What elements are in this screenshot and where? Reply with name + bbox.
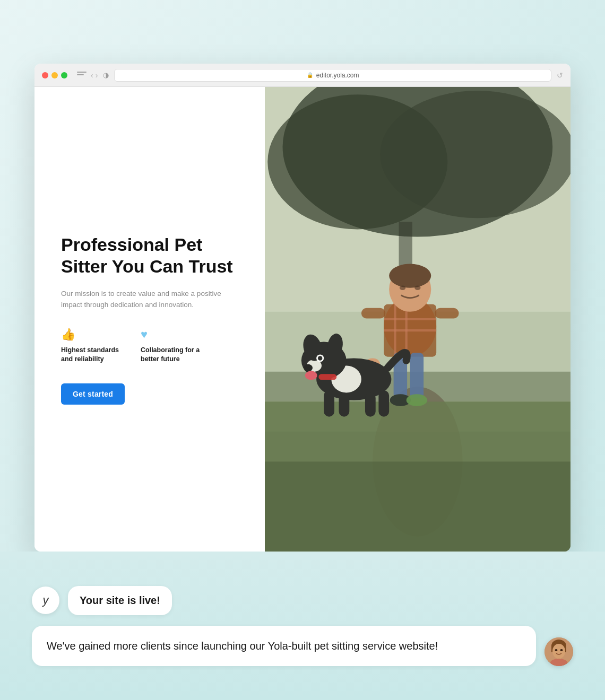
- close-button[interactable]: [42, 72, 48, 78]
- chat-message-2: We've gained more clients since launchin…: [32, 626, 573, 666]
- get-started-button[interactable]: Get started: [61, 383, 125, 405]
- browser-window: ‹ › ◑ 🔒 editor.yola.com ↺ Professional P…: [34, 64, 571, 552]
- message-2-text: We've gained more clients since launchin…: [47, 640, 438, 652]
- svg-rect-43: [265, 461, 571, 552]
- minimize-button[interactable]: [51, 72, 58, 78]
- svg-point-49: [560, 649, 563, 651]
- svg-point-47: [552, 644, 565, 659]
- hero-subtitle: Our mission is to create value and make …: [61, 288, 238, 311]
- nav-arrows: ‹ ›: [91, 71, 98, 80]
- feature-2-label: Collaborating for a better future: [141, 346, 204, 364]
- yola-logo: y: [32, 587, 59, 614]
- hero-title: Professional Pet Sitter You Can Trust: [61, 234, 238, 277]
- feature-1: 👍 Highest standards and reliability: [61, 328, 125, 364]
- chat-bubble-2: We've gained more clients since launchin…: [32, 626, 536, 666]
- hero-image-panel: [265, 87, 571, 552]
- avatar-svg: [544, 637, 573, 666]
- feature-2: ♥ Collaborating for a better future: [141, 328, 204, 364]
- traffic-lights: [42, 72, 67, 78]
- message-1-text: Your site is live!: [80, 594, 160, 606]
- display-icon: ◑: [103, 71, 109, 79]
- url-text: editor.yola.com: [316, 72, 359, 79]
- sidebar-toggle-icon[interactable]: [77, 72, 87, 79]
- browser-chrome: ‹ › ◑ 🔒 editor.yola.com ↺: [34, 64, 571, 87]
- browser-content: Professional Pet Sitter You Can Trust Ou…: [34, 87, 571, 552]
- hero-scene-svg: [265, 87, 571, 552]
- chat-section: y Your site is live! We've gained more c…: [0, 552, 605, 700]
- user-avatar: [544, 637, 573, 666]
- svg-point-48: [555, 649, 558, 651]
- maximize-button[interactable]: [61, 72, 67, 78]
- features-list: 👍 Highest standards and reliability ♥ Co…: [61, 328, 238, 364]
- address-bar[interactable]: 🔒 editor.yola.com: [114, 69, 551, 82]
- forward-arrow-icon[interactable]: ›: [96, 71, 98, 80]
- feature-1-label: Highest standards and reliability: [61, 346, 125, 364]
- chat-message-1: y Your site is live!: [32, 586, 573, 615]
- hero-left-panel: Professional Pet Sitter You Can Trust Ou…: [34, 87, 265, 552]
- back-arrow-icon[interactable]: ‹: [91, 71, 93, 80]
- reload-button[interactable]: ↺: [557, 71, 563, 80]
- browser-controls: ‹ ›: [77, 71, 98, 80]
- yola-letter: y: [43, 593, 49, 607]
- chat-bubble-1: Your site is live!: [68, 586, 172, 615]
- thumbsup-icon: 👍: [61, 328, 125, 342]
- lock-icon: 🔒: [307, 72, 313, 78]
- heart-icon: ♥: [141, 328, 204, 342]
